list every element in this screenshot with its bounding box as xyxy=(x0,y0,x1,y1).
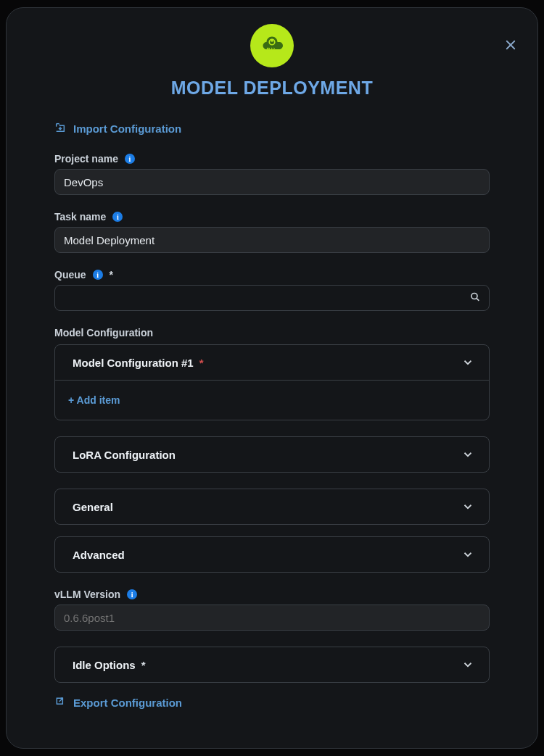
chevron-down-icon xyxy=(461,500,474,513)
import-label: Import Configuration xyxy=(73,122,181,135)
queue-input[interactable] xyxy=(54,285,490,311)
export-config-button[interactable]: Export Configuration xyxy=(54,696,490,710)
required-marker: * xyxy=(141,659,146,671)
idle-title: Idle Options xyxy=(73,659,136,671)
add-item-label: + Add item xyxy=(68,394,120,406)
svg-point-3 xyxy=(471,294,477,299)
info-icon[interactable]: i xyxy=(127,589,137,599)
info-icon[interactable]: i xyxy=(93,270,103,280)
general-section[interactable]: General xyxy=(55,489,489,524)
advanced-title: Advanced xyxy=(73,549,125,561)
add-model-config-button[interactable]: + Add item xyxy=(55,381,489,420)
required-marker: * xyxy=(110,269,113,281)
info-icon[interactable]: i xyxy=(112,212,123,222)
required-marker: * xyxy=(199,357,204,369)
model-config-item-1[interactable]: Model Configuration #1 * xyxy=(55,345,489,381)
queue-label: Queue xyxy=(54,269,86,281)
project-name-label: Project name xyxy=(54,153,118,165)
export-label: Export Configuration xyxy=(73,697,182,709)
task-name-label: Task name xyxy=(54,211,106,223)
idle-options-section[interactable]: Idle Options * xyxy=(55,647,489,682)
model-config-label: Model Configuration xyxy=(54,327,490,338)
lora-title: LoRA Configuration xyxy=(73,449,176,461)
deployment-modal: MODEL DEPLOYMENT Import Configuration Pr… xyxy=(6,7,538,749)
chevron-down-icon xyxy=(461,448,474,461)
export-icon xyxy=(54,696,66,710)
search-icon[interactable] xyxy=(469,291,481,305)
general-title: General xyxy=(73,501,113,513)
chevron-down-icon xyxy=(461,548,474,561)
lora-section[interactable]: LoRA Configuration xyxy=(55,437,489,472)
close-icon[interactable] xyxy=(504,38,517,54)
chevron-down-icon xyxy=(461,658,474,671)
vllm-version-input[interactable] xyxy=(54,605,490,631)
model-config-item-title: Model Configuration #1 xyxy=(73,357,194,369)
vllm-label: vLLM Version xyxy=(54,589,120,600)
import-config-button[interactable]: Import Configuration xyxy=(54,122,490,136)
advanced-section[interactable]: Advanced xyxy=(55,537,489,572)
project-name-input[interactable] xyxy=(54,169,490,195)
import-icon xyxy=(54,122,66,136)
chevron-down-icon xyxy=(461,356,474,369)
info-icon[interactable]: i xyxy=(125,154,135,164)
model-config-group: Model Configuration #1 * + Add item xyxy=(54,344,490,420)
deployment-logo-icon xyxy=(250,24,294,67)
modal-title: MODEL DEPLOYMENT xyxy=(171,78,373,99)
svg-line-4 xyxy=(477,299,479,301)
task-name-input[interactable] xyxy=(54,227,490,253)
